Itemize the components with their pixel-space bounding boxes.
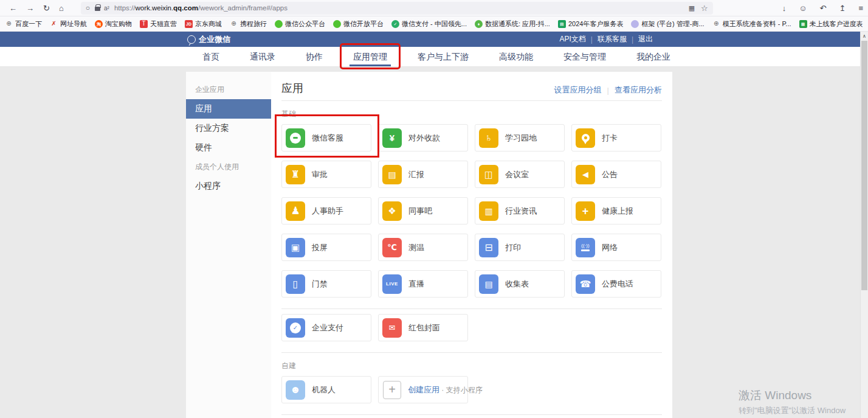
bookmark-label: 京东商城	[195, 19, 222, 29]
header-link-logout[interactable]: 退出	[638, 34, 653, 44]
bookmark-item[interactable]: ⊕百度一下	[5, 19, 42, 29]
app-card-learning-garden[interactable]: ♄学习园地	[475, 124, 565, 152]
sidebar-item-小程序[interactable]: 小程序	[186, 176, 271, 196]
app-card-temperature[interactable]: ℃测温	[378, 234, 468, 261]
app-card-industry-news[interactable]: ▥行业资讯	[475, 197, 565, 225]
approval-icon: ♜	[286, 165, 305, 184]
tab-通讯录[interactable]: 通讯录	[250, 47, 275, 66]
wechat-pay-icon: ✓	[391, 20, 399, 28]
translate-icon[interactable]: a²	[104, 5, 109, 12]
app-card-red-packet-cover[interactable]: ✉红包封面	[378, 314, 468, 341]
home-icon[interactable]: ⌂	[59, 4, 64, 12]
bookmark-item[interactable]: ✗网址导航	[50, 19, 87, 29]
bookmark-item[interactable]: JD京东商城	[185, 19, 222, 29]
print-icon: ⊟	[479, 238, 498, 257]
tab-首页[interactable]: 首页	[202, 47, 219, 66]
tab-安全与管理[interactable]: 安全与管理	[563, 47, 606, 66]
content-area: 企业应用应用行业方案硬件成员个人使用小程序 应用 设置应用分组 | 查看应用分析…	[0, 67, 860, 418]
bookmark-item[interactable]: 框架 (平台) 管理-商...	[631, 19, 704, 29]
app-card-live[interactable]: LIVE直播	[378, 270, 468, 298]
bookmark-item[interactable]: ▦未上线客户进度表	[799, 19, 863, 29]
wework-logo[interactable]: 企业微信	[187, 34, 230, 45]
header-link-contact-support[interactable]: 联系客服	[598, 34, 627, 44]
app-card-hr-assistant[interactable]: ♟人事助手	[281, 197, 371, 225]
app-card-approval[interactable]: ♜审批	[281, 161, 371, 188]
bookmark-label: 天猫直营	[150, 19, 177, 29]
taobao-icon: 淘	[95, 20, 103, 28]
app-card-print[interactable]: ⊟打印	[475, 234, 565, 261]
tab-协作[interactable]: 协作	[306, 47, 323, 66]
forward-icon[interactable]: →	[26, 4, 34, 12]
bookmark-item[interactable]: ⊕模王系统准备资料 - P...	[712, 19, 791, 29]
tab-label: 客户与上下游	[418, 52, 469, 61]
app-card-external-payment[interactable]: ¥对外收款	[378, 124, 468, 152]
app-card-door-access[interactable]: ▯门禁	[281, 270, 371, 298]
menu-icon[interactable]: ≡	[858, 4, 863, 12]
app-label: 学习园地	[505, 133, 537, 144]
app-card-wechat-customer-service[interactable]: 微信客服	[281, 124, 371, 152]
header-link-api-docs[interactable]: API文档	[559, 34, 585, 44]
bookmark-label: 框架 (平台) 管理-商...	[641, 19, 704, 29]
plus-icon: +	[383, 381, 401, 399]
app-label: 打印	[505, 242, 521, 253]
tab-我的企业[interactable]: 我的企业	[636, 47, 670, 66]
page-title: 应用	[281, 81, 303, 96]
wework-header: 企业微信 API文档|联系客服|退出	[0, 32, 860, 47]
wechat-open-icon	[333, 20, 341, 28]
announcement-icon: ◀	[576, 165, 595, 184]
app-card-robot[interactable]: ☻机器人	[281, 376, 371, 403]
app-label: 网络	[602, 242, 618, 253]
app-card-collect-form[interactable]: ▤收集表	[475, 270, 565, 298]
app-label: 打卡	[602, 133, 618, 144]
app-card-meeting-room[interactable]: ◫会议室	[475, 161, 565, 188]
app-card-free-phone[interactable]: ☎公费电话	[571, 270, 661, 298]
tab-客户与上下游[interactable]: 客户与上下游	[418, 47, 469, 66]
downloads-icon[interactable]: ↓	[782, 4, 787, 12]
app-card-network[interactable]: ((·))网络	[571, 234, 661, 261]
qr-code-icon[interactable]: ▦	[689, 4, 695, 12]
app-card-screen-cast[interactable]: ▣投屏	[281, 234, 371, 261]
url-text[interactable]: https://work.weixin.qq.com/wework_admin/…	[114, 4, 684, 12]
tab-label: 应用管理	[353, 52, 387, 61]
sidebar-item-硬件[interactable]: 硬件	[186, 138, 271, 158]
app-card-report[interactable]: ▤汇报	[378, 161, 468, 188]
bookmark-item[interactable]: ▤2024年客户服务表	[558, 19, 623, 29]
app-card-check-in[interactable]: 打卡	[571, 124, 661, 152]
reload-icon[interactable]: ↻	[43, 4, 50, 12]
tab-高级功能[interactable]: 高级功能	[499, 47, 533, 66]
live-icon: LIVE	[382, 274, 402, 294]
create-app-card[interactable]: +创建应用 · 支持小程序	[378, 376, 468, 403]
bookmark-item[interactable]: 微信开放平台	[333, 19, 384, 29]
back-icon[interactable]: ←	[9, 4, 17, 12]
app-card-announcement[interactable]: ◀公告	[571, 161, 661, 188]
account-icon[interactable]: ☺	[799, 4, 807, 12]
sidebar-item-应用[interactable]: 应用	[186, 99, 271, 119]
tab-应用管理[interactable]: 应用管理	[353, 47, 387, 66]
lock-icon[interactable]	[95, 7, 100, 11]
scrollbar-up-icon[interactable]: ∧	[861, 32, 868, 41]
bookmark-item[interactable]: 微信公众平台	[275, 19, 325, 29]
vertical-scrollbar[interactable]: ∧	[860, 32, 868, 418]
tab-label: 高级功能	[499, 52, 533, 61]
view-app-analytics-link[interactable]: 查看应用分析	[615, 85, 662, 96]
bookmark-star-icon[interactable]: ☆	[701, 4, 708, 13]
bookmark-label: 模王系统准备资料 - P...	[723, 19, 791, 29]
url-bar[interactable]: ○ a² https://work.weixin.qq.com/wework_a…	[81, 2, 713, 15]
bookmark-item[interactable]: T天猫直营	[140, 19, 177, 29]
app-card-enterprise-pay[interactable]: ✓企业支付	[281, 314, 371, 341]
app-label: 微信客服	[312, 133, 343, 144]
share-icon[interactable]: ↥	[839, 4, 846, 12]
shield-icon[interactable]: ○	[86, 4, 90, 12]
sidebar-group-header: 企业应用	[186, 80, 271, 99]
history-icon[interactable]: ↶	[820, 4, 827, 12]
app-card-colleague-bar[interactable]: ❖同事吧	[378, 197, 468, 225]
bookmark-item[interactable]: ✓微信支付 - 中国领先...	[391, 19, 467, 29]
app-card-health-report[interactable]: +健康上报	[571, 197, 661, 225]
scrollbar-thumb[interactable]	[861, 41, 867, 290]
temperature-icon: ℃	[382, 238, 402, 257]
bookmark-item[interactable]: ⊕携程旅行	[230, 19, 267, 29]
sidebar-item-行业方案[interactable]: 行业方案	[186, 119, 271, 138]
bookmark-item[interactable]: ♦数据通系统: 应用-抖...	[475, 19, 550, 29]
bookmark-item[interactable]: 淘淘宝购物	[95, 19, 132, 29]
set-app-groups-link[interactable]: 设置应用分组	[554, 85, 602, 96]
